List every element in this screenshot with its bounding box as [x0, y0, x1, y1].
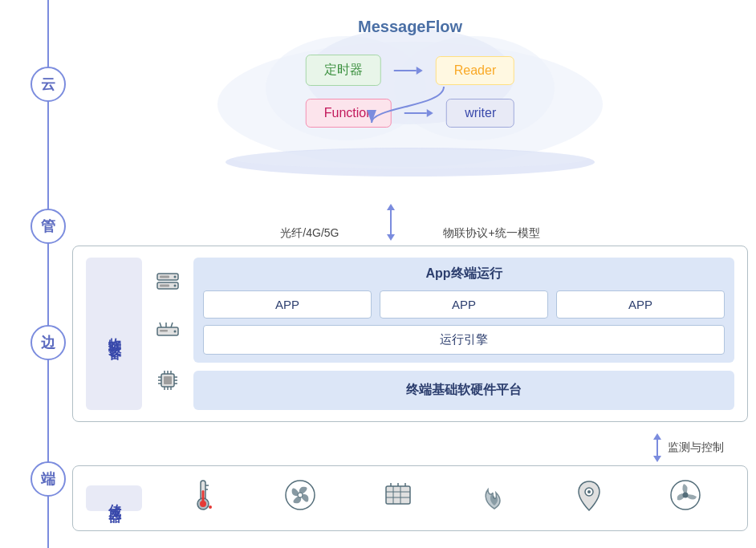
- timeline-node-guan: 管: [30, 209, 66, 244]
- arrow-v-line: [390, 210, 392, 234]
- svg-rect-35: [201, 490, 204, 501]
- thermometer-icon: [189, 477, 217, 519]
- app-row: APP APP APP: [203, 290, 725, 319]
- device-icons-col: [155, 258, 181, 410]
- svg-point-5: [234, 149, 587, 168]
- svg-point-9: [174, 276, 177, 278]
- svg-rect-11: [160, 276, 169, 278]
- runtime-box: 运行引擎: [203, 325, 725, 355]
- svg-rect-18: [160, 330, 168, 332]
- app-box-2: APP: [380, 290, 548, 319]
- arrow-up-head: [387, 204, 395, 210]
- arrow-v-line-2: [656, 440, 658, 456]
- arrow-up-head-2: [653, 433, 661, 440]
- cloud-section: MessageFlow 定时器 Reader Function writer: [72, 8, 748, 193]
- svg-point-36: [200, 501, 206, 507]
- app-terminal-title: App终端运行: [203, 266, 725, 282]
- svg-point-10: [174, 285, 177, 287]
- svg-point-53: [682, 493, 688, 498]
- svg-point-17: [174, 331, 177, 333]
- svg-rect-12: [160, 285, 169, 287]
- app-box-1: APP: [203, 290, 372, 319]
- top-connector-row: 光纤/4G/5G 物联协议+统一模型: [72, 201, 748, 246]
- timeline-node-bian: 边: [30, 325, 66, 360]
- sensor-icons-row: [155, 477, 734, 519]
- bottom-connector-row: 监测与控制: [72, 430, 748, 465]
- server-icon: [156, 270, 180, 295]
- circuit-icon: [383, 480, 413, 517]
- app-runtime-col: App终端运行 APP APP APP 运行引擎 终端基础软硬件平台: [193, 258, 734, 410]
- connector-label-left: 光纤/4G/5G: [280, 226, 339, 241]
- edge-section: 物联设备: [72, 246, 748, 422]
- svg-rect-42: [386, 486, 410, 504]
- svg-line-16: [171, 323, 173, 327]
- end-section: 传感器: [72, 465, 748, 531]
- main-content: MessageFlow 定时器 Reader Function writer: [72, 8, 748, 540]
- propeller-icon: [669, 479, 701, 518]
- vertical-arrow: [387, 204, 395, 241]
- diagonal-arrow: [356, 79, 452, 127]
- bottom-connector-label: 监测与控制: [668, 440, 724, 455]
- svg-point-39: [209, 505, 212, 509]
- arrow-down-head-2: [653, 456, 661, 462]
- timeline-node-duan: 端: [30, 461, 66, 497]
- vertical-arrow-bottom: [653, 433, 661, 462]
- device-label: 物联设备: [106, 327, 123, 340]
- timeline: 云 管 边 端: [24, 0, 72, 548]
- fan-icon: [284, 479, 316, 518]
- cloud-title: MessageFlow: [358, 18, 462, 36]
- sensor-label: 传感器: [106, 493, 123, 503]
- timeline-node-cloud: 云: [30, 67, 66, 102]
- svg-rect-20: [164, 376, 172, 384]
- svg-line-14: [160, 323, 161, 327]
- app-box-3: APP: [556, 290, 725, 319]
- writer-node: writer: [446, 99, 514, 128]
- hardware-box: 终端基础软硬件平台: [193, 371, 734, 410]
- device-label-col: 物联设备: [86, 258, 142, 410]
- connector-label-right: 物联协议+统一模型: [443, 226, 539, 241]
- router-icon: [155, 319, 181, 344]
- sensor-label-col: 传感器: [86, 485, 142, 511]
- svg-point-51: [587, 490, 591, 493]
- app-terminal-box: App终端运行 APP APP APP 运行引擎: [193, 258, 734, 363]
- chip-icon: [156, 369, 179, 397]
- flame-icon: [480, 478, 509, 518]
- location-icon: [575, 478, 603, 518]
- arrow-down-head: [387, 234, 395, 241]
- svg-point-41: [298, 493, 303, 497]
- arrow-timer-reader: [394, 67, 423, 75]
